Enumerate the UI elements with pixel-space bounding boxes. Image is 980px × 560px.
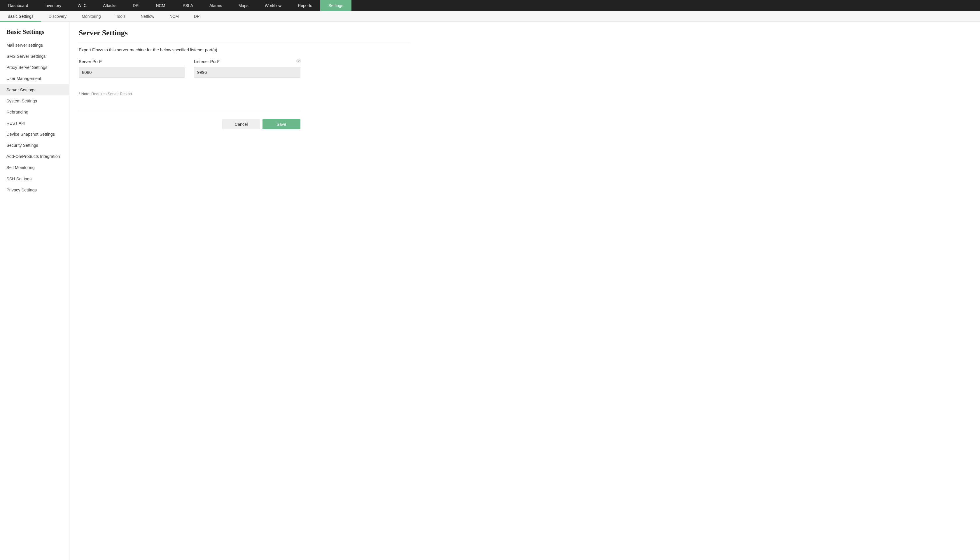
listener-port-input[interactable]: [194, 67, 301, 78]
sidebar-item-label: SSH Settings: [7, 177, 32, 181]
topnav-label: Alarms: [209, 3, 222, 8]
topnav-label: Settings: [329, 3, 343, 8]
topnav-label: Workflow: [265, 3, 281, 8]
subnav-label: NCM: [169, 14, 179, 19]
main-content: Server Settings Export Flows to this ser…: [70, 22, 419, 560]
topnav-label: WLC: [78, 3, 86, 8]
subnav-item-monitoring[interactable]: Monitoring: [74, 11, 108, 22]
subnav-item-ncm[interactable]: NCM: [162, 11, 186, 22]
listener-port-label: Listener Port*: [194, 59, 301, 64]
divider: [79, 110, 301, 110]
sidebar-item-self-monitoring[interactable]: Self Monitoring: [0, 162, 69, 173]
topnav-label: NCM: [156, 3, 165, 8]
sidebar-item-sms-server[interactable]: SMS Server Settings: [0, 51, 69, 62]
sidebar-item-label: SMS Server Settings: [7, 54, 46, 59]
sidebar-item-label: Mail server settings: [7, 43, 43, 48]
listener-port-field-group: Listener Port* ?: [194, 59, 301, 78]
subnav-item-netflow[interactable]: Netflow: [133, 11, 162, 22]
topnav-item-dpi[interactable]: DPI: [125, 0, 148, 11]
topnav-label: Attacks: [103, 3, 116, 8]
topnav-label: IPSLA: [181, 3, 193, 8]
page-title: Server Settings: [79, 28, 410, 37]
topnav-item-attacks[interactable]: Attacks: [95, 0, 125, 11]
button-row: Cancel Save: [79, 119, 301, 129]
sub-nav: Basic Settings Discovery Monitoring Tool…: [0, 11, 980, 22]
page-description: Export Flows to this server machine for …: [79, 48, 410, 52]
sidebar-item-mail-server[interactable]: Mail server settings: [0, 40, 69, 51]
sidebar-item-ssh-settings[interactable]: SSH Settings: [0, 173, 69, 185]
save-button[interactable]: Save: [262, 119, 301, 129]
topnav-item-maps[interactable]: Maps: [231, 0, 257, 11]
server-port-input[interactable]: [79, 67, 185, 78]
sidebar-item-addon-integration[interactable]: Add-On/Products Integration: [0, 151, 69, 162]
topnav-item-ipsla[interactable]: IPSLA: [173, 0, 201, 11]
sidebar-item-system-settings[interactable]: System Settings: [0, 95, 69, 107]
sidebar-item-label: Self Monitoring: [7, 165, 35, 170]
subnav-label: Tools: [116, 14, 126, 19]
topnav-item-ncm[interactable]: NCM: [148, 0, 173, 11]
topnav-label: Maps: [239, 3, 249, 8]
subnav-item-tools[interactable]: Tools: [108, 11, 133, 22]
sidebar-item-label: User Management: [7, 76, 41, 81]
divider: [79, 43, 410, 43]
sidebar-item-security-settings[interactable]: Security Settings: [0, 140, 69, 151]
topnav-item-settings[interactable]: Settings: [320, 0, 352, 11]
sidebar-item-privacy-settings[interactable]: Privacy Settings: [0, 185, 69, 195]
subnav-label: DPI: [194, 14, 201, 19]
sidebar-item-label: Security Settings: [7, 143, 38, 148]
subnav-label: Netflow: [141, 14, 154, 19]
sidebar-item-rest-api[interactable]: REST API: [0, 118, 69, 129]
sidebar-item-label: Server Settings: [7, 88, 35, 92]
note-text: Requires Server Restart: [91, 92, 132, 96]
subnav-label: Monitoring: [81, 14, 101, 19]
topnav-label: Reports: [298, 3, 312, 8]
topnav-item-dashboard[interactable]: Dashboard: [0, 0, 37, 11]
sidebar-item-label: Proxy Server Settings: [7, 65, 47, 70]
sidebar-item-label: REST API: [7, 121, 25, 125]
sidebar-item-rebranding[interactable]: Rebranding: [0, 107, 69, 118]
topnav-item-reports[interactable]: Reports: [290, 0, 320, 11]
sidebar-item-user-management[interactable]: User Management: [0, 73, 69, 84]
sidebar-title: Basic Settings: [0, 28, 69, 40]
server-port-field-group: Server Port*: [79, 59, 185, 78]
sidebar-item-device-snapshot[interactable]: Device Snapshot Settings: [0, 129, 69, 140]
sidebar-item-server-settings[interactable]: Server Settings: [0, 84, 69, 95]
topnav-label: Inventory: [45, 3, 61, 8]
topnav-label: DPI: [133, 3, 140, 8]
server-port-label: Server Port*: [79, 59, 185, 64]
topnav-label: Dashboard: [8, 3, 28, 8]
sidebar-item-label: Device Snapshot Settings: [7, 132, 55, 137]
subnav-label: Basic Settings: [8, 14, 33, 19]
help-icon[interactable]: ?: [296, 59, 301, 63]
note: * Note: Requires Server Restart: [79, 92, 410, 96]
form-row: Server Port* Listener Port* ?: [79, 59, 301, 78]
subnav-label: Discovery: [49, 14, 66, 19]
topnav-item-workflow[interactable]: Workflow: [257, 0, 290, 11]
subnav-item-discovery[interactable]: Discovery: [41, 11, 74, 22]
sidebar: Basic Settings Mail server settings SMS …: [0, 22, 70, 560]
subnav-item-dpi[interactable]: DPI: [186, 11, 208, 22]
note-prefix: * Note:: [79, 92, 91, 96]
top-nav: Dashboard Inventory WLC Attacks DPI NCM …: [0, 0, 980, 11]
cancel-button[interactable]: Cancel: [222, 119, 260, 129]
sidebar-item-label: Rebranding: [7, 110, 28, 114]
topnav-item-alarms[interactable]: Alarms: [201, 0, 231, 11]
topnav-item-wlc[interactable]: WLC: [70, 0, 95, 11]
sidebar-item-proxy-server[interactable]: Proxy Server Settings: [0, 62, 69, 73]
sidebar-item-label: Privacy Settings: [7, 188, 37, 192]
sidebar-item-label: System Settings: [7, 98, 37, 103]
subnav-item-basic-settings[interactable]: Basic Settings: [0, 11, 41, 22]
topnav-item-inventory[interactable]: Inventory: [37, 0, 70, 11]
sidebar-item-label: Add-On/Products Integration: [7, 154, 60, 159]
